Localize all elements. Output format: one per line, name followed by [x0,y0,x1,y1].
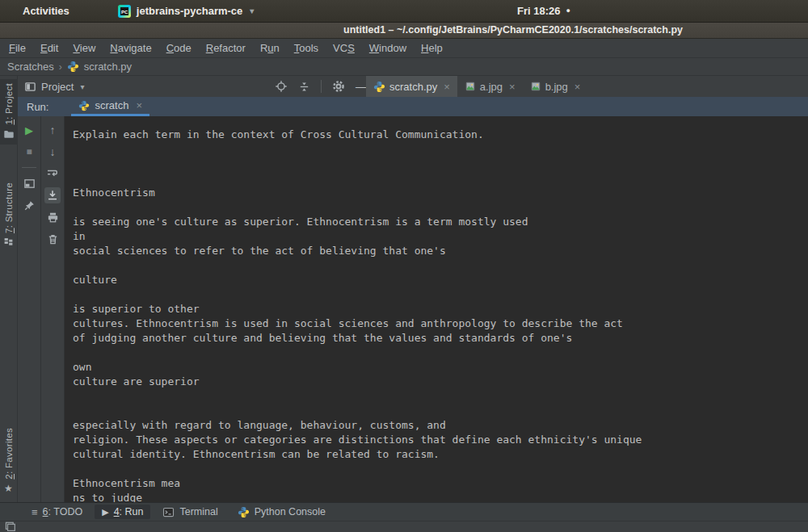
window-titlebar: untitled1 – ~/.config/JetBrains/PyCharmC… [0,23,808,39]
menu-item-run[interactable]: Run [253,42,287,54]
layout-icon [23,178,36,190]
gear-icon[interactable] [332,80,345,93]
tool-window-icon [24,81,36,93]
image-file-icon [465,81,476,92]
bottom-tool-bar: ≡ 6: TODO ▶ 4: Run Terminal Python Conso… [0,502,808,521]
app-menu-label: jetbrains-pycharm-ce [137,5,243,17]
close-icon[interactable]: × [509,81,516,93]
toolwindow-button-python-console[interactable]: Python Console [230,505,333,520]
panel-header-row: Project ▾ — scratch.py × [18,76,808,97]
tab-a-jpg[interactable]: a.jpg × [457,76,523,97]
menu-item-tools[interactable]: Tools [287,42,326,54]
soft-wrap-icon [46,167,59,180]
gnome-top-bar: Activities jetbrains-pycharm-ce ▾ Fri 18… [0,0,808,23]
print-button[interactable] [44,209,61,225]
close-icon[interactable]: × [574,81,581,93]
terminal-icon [162,506,175,518]
editor-tab-bar: scratch.py × a.jpg × b.jpg × [366,76,587,97]
menu-item-refactor[interactable]: Refactor [199,42,253,54]
toolbar-divider [321,80,322,93]
tab-label: scratch.py [389,81,437,93]
tab-label: a.jpg [480,81,503,93]
toolwindow-button-todo[interactable]: ≡ 6: TODO [24,505,90,519]
main-column: Project ▾ — scratch.py × [18,76,808,502]
menu-item-vcs[interactable]: VCS [326,42,362,54]
menu-item-code[interactable]: Code [159,42,199,54]
activities-button[interactable]: Activities [23,5,69,17]
status-bar [0,521,808,532]
printer-icon [47,212,59,224]
console-output[interactable]: Explain each term in the context of Cros… [65,116,808,502]
hide-panel-button[interactable]: — [356,81,366,93]
close-icon[interactable]: × [136,99,142,111]
restore-layout-button[interactable] [21,175,37,191]
soft-wrap-button[interactable] [44,165,61,182]
run-label: 4: Run [114,506,144,517]
python-file-icon [67,61,79,73]
notification-dot-icon: ● [566,7,570,15]
tool-window-switcher-icon[interactable] [4,521,16,532]
stripe-button-structure[interactable]: 7: Structure [0,178,18,252]
menu-item-edit[interactable]: Edit [33,42,65,54]
clock-label: Fri 18:26 [517,5,560,17]
tab-label: b.jpg [545,81,568,93]
left-tool-stripe: 1: Project 7: Structure 2: Favorites ★ [0,76,18,502]
menu-item-navigate[interactable]: Navigate [103,42,158,54]
pycharm-app-icon [118,5,131,18]
breadcrumb-file[interactable]: scratch.py [84,61,132,73]
up-stack-trace-button[interactable]: ↑ [44,122,61,138]
folder-icon [3,128,15,140]
stripe-structure-label: 7: Structure [4,182,14,233]
run-tab-scratch[interactable]: scratch × [71,97,149,116]
run-panel-label: Run: [18,97,48,116]
python-icon [238,506,250,518]
tab-b-jpg[interactable]: b.jpg × [523,76,588,97]
down-stack-trace-button[interactable]: ↓ [44,144,61,160]
todo-label: 6: TODO [43,506,83,517]
collapse-all-icon[interactable] [298,81,310,93]
main-area: 1: Project 7: Structure 2: Favorites ★ P… [0,75,808,502]
pin-tab-button[interactable] [21,197,37,213]
trash-icon [47,233,59,245]
python-file-icon [373,81,385,93]
run-panel-body: ▶ ■ ↑ ↓ Explain each term in the context… [18,116,808,502]
structure-icon [3,237,14,247]
terminal-label: Terminal [179,506,217,517]
image-file-icon [530,81,541,92]
menu-item-help[interactable]: Help [414,42,450,54]
list-icon: ≡ [32,507,38,517]
run-toolbar-left: ▶ ■ [18,116,41,502]
rerun-button[interactable]: ▶ [21,122,37,138]
stripe-button-project[interactable]: 1: Project [0,79,18,145]
play-icon: ▶ [102,508,108,517]
window-title: untitled1 – ~/.config/JetBrains/PyCharmC… [343,24,683,36]
stripe-button-favorites[interactable]: 2: Favorites ★ [0,424,18,499]
menu-item-window[interactable]: Window [362,42,414,54]
pin-icon [23,199,36,212]
menu-item-file[interactable]: File [2,42,33,54]
menu-bar: FileEditViewNavigateCodeRefactorRunTools… [0,39,808,57]
python-console-label: Python Console [255,506,326,517]
project-panel-header[interactable]: Project ▾ [18,76,275,97]
project-panel-title: Project [41,81,74,93]
breadcrumb: Scratches › scratch.py [0,57,808,75]
close-icon[interactable]: × [444,81,450,93]
run-tab-label: scratch [95,99,128,111]
chevron-down-icon: ▾ [250,6,254,15]
chevron-down-icon: ▾ [80,82,84,91]
stripe-favorites-label: 2: Favorites [4,428,14,480]
stop-button[interactable]: ■ [21,144,37,160]
star-icon: ★ [4,483,13,494]
toolwindow-button-run[interactable]: ▶ 4: Run [95,505,150,519]
scroll-to-end-button[interactable] [44,187,61,203]
run-panel-header: Run: scratch × [18,97,808,116]
toolwindow-button-terminal[interactable]: Terminal [155,505,225,520]
tab-scratch-py[interactable]: scratch.py × [366,76,457,97]
gnome-clock[interactable]: Fri 18:26 ● [517,5,570,17]
app-menu-button[interactable]: jetbrains-pycharm-ce ▾ [118,5,255,18]
clear-all-button[interactable] [44,231,61,247]
locate-file-icon[interactable] [275,80,288,93]
screen: Activities jetbrains-pycharm-ce ▾ Fri 18… [0,0,808,532]
breadcrumb-scratches[interactable]: Scratches [7,61,54,73]
menu-item-view[interactable]: View [65,42,103,54]
